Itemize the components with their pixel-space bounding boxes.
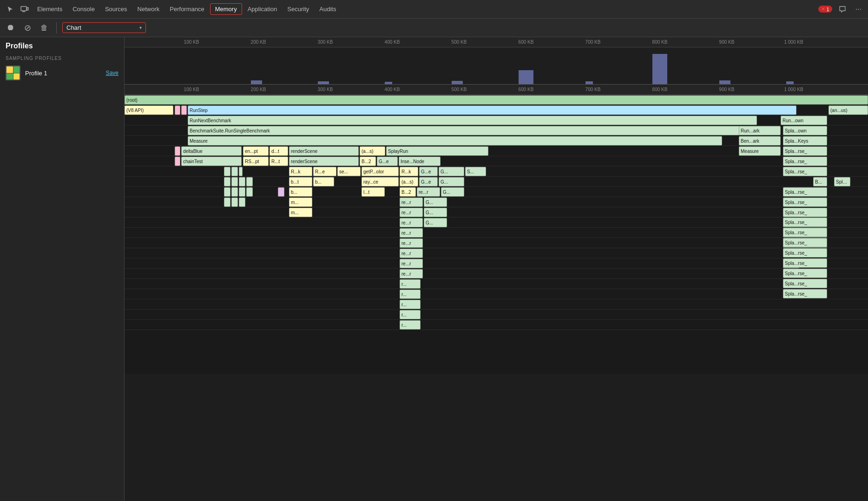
flame-cell-b2[interactable]: B...2 <box>360 157 376 166</box>
stop-button[interactable]: ⊘ <box>21 21 34 35</box>
clear-button[interactable]: 🗑 <box>38 22 51 34</box>
flame-cell-b2r[interactable]: B... <box>813 177 827 186</box>
flame-cell-purple1[interactable] <box>278 187 284 197</box>
flame-cell-bt1[interactable]: b...t <box>289 177 312 186</box>
flame-cell-green-s11[interactable] <box>246 187 253 197</box>
flame-cell-splakeys[interactable]: Spla...Keys <box>783 136 827 145</box>
flame-cell-renderscene1[interactable]: renderScene <box>289 146 359 156</box>
device-icon-btn[interactable] <box>18 4 32 15</box>
flame-cell-r3[interactable]: r... <box>400 300 421 309</box>
cursor-icon-btn[interactable] <box>4 4 17 15</box>
flame-cell-green-s13[interactable] <box>231 198 238 207</box>
flame-cell-rt[interactable]: R...t <box>270 157 288 166</box>
flame-cell-green-s10[interactable] <box>239 187 245 197</box>
flame-cell-v8api[interactable]: (V8 API) <box>125 105 173 115</box>
flame-cell-rk2[interactable]: R...k <box>400 167 418 176</box>
flame-cell-m1[interactable]: m... <box>289 198 312 207</box>
splarse-extra6[interactable]: Spla...rse_ <box>783 269 827 278</box>
flame-cell-lt[interactable]: l...t <box>362 187 385 197</box>
flame-cell-green-s2[interactable] <box>231 167 238 176</box>
flame-cell-r2[interactable]: r... <box>400 290 421 299</box>
flame-cell-as1[interactable]: (a...s) <box>360 146 385 156</box>
flame-cell-runnextbenchmark[interactable]: RunNextBenchmark <box>188 116 757 125</box>
flame-cell-g3[interactable]: G... <box>441 187 464 197</box>
flame-cell-pink1[interactable] <box>175 105 180 115</box>
flame-cell-splarse3[interactable]: Spla...rse_ <box>783 167 827 176</box>
flame-cell-r5[interactable]: r... <box>400 320 421 330</box>
flame-cell-green-s1[interactable] <box>224 167 230 176</box>
flame-cell-rer2[interactable]: re...r <box>400 198 423 207</box>
splarse-extra8[interactable]: Spla...rse_ <box>783 289 827 298</box>
flame-cell-splarse4[interactable]: Spla...rse_ <box>834 177 850 186</box>
flame-cell-rer3[interactable]: re...r <box>400 208 423 217</box>
flame-cell-b1[interactable]: b... <box>313 177 334 186</box>
flame-cell-green-s12[interactable] <box>224 198 230 207</box>
flame-cell-anous[interactable]: (an...us) <box>829 105 868 115</box>
splarse-extra1[interactable]: Spla...rse_ <box>783 218 827 227</box>
flame-cell-splarse6[interactable]: Spla...rse_ <box>783 198 827 207</box>
flame-cell-green-s9[interactable] <box>231 187 238 197</box>
feedback-icon-btn[interactable] <box>836 4 849 15</box>
flame-cell-ge1[interactable]: G...e <box>377 157 398 166</box>
flame-cell-rer8[interactable]: re...r <box>400 259 423 268</box>
flame-cell-rk1[interactable]: R...k <box>289 167 312 176</box>
flame-cell-benark[interactable]: Ben...ark <box>739 136 781 145</box>
flame-cell-green-s3[interactable] <box>239 167 243 176</box>
flame-container[interactable]: 100 KB 200 KB 300 KB 400 KB 500 KB 600 K… <box>125 37 868 501</box>
flame-cell-se[interactable]: se... <box>337 167 361 176</box>
flame-cell-runown[interactable]: Run...own <box>781 116 827 125</box>
flame-cell-pink4[interactable] <box>175 157 180 166</box>
flame-cell-rer4[interactable]: re...r <box>400 218 423 227</box>
flame-cell-g4[interactable]: G... <box>424 198 447 207</box>
flame-cell-insenode[interactable]: Inse...Node <box>399 157 441 166</box>
flame-cell-measure[interactable]: Measure <box>188 136 722 145</box>
flame-cell-green-s8[interactable] <box>224 187 230 197</box>
flame-cell-b3[interactable]: b... <box>289 187 312 197</box>
flame-cell-rer7[interactable]: re...r <box>400 249 423 258</box>
flame-cell-pink2[interactable] <box>181 105 187 115</box>
flame-cell-splaown[interactable]: Spla...own <box>783 126 827 135</box>
flame-cell-splarse5[interactable]: Spla...rse_ <box>783 187 827 197</box>
flame-cell-ge2[interactable]: G...e <box>419 167 438 176</box>
flame-cell-green-s14[interactable] <box>239 198 245 207</box>
flame-cell-green-s6[interactable] <box>239 177 245 186</box>
tab-elements[interactable]: Elements <box>33 4 67 14</box>
profile-item[interactable]: Profile 1 Save <box>0 63 124 83</box>
flame-cell-m2[interactable]: m... <box>289 208 312 217</box>
flame-cell-as2[interactable]: (a...s) <box>400 177 418 186</box>
flame-cell-rayce[interactable]: ray...ce <box>362 177 399 186</box>
error-badge[interactable]: ✕ 1 <box>818 6 832 13</box>
flame-cell-r4[interactable]: r... <box>400 310 421 319</box>
flame-cell-chaintest[interactable]: chainTest <box>181 157 242 166</box>
flame-cell-g5[interactable]: G... <box>424 208 447 217</box>
tab-application[interactable]: Application <box>243 4 282 14</box>
flame-cell-rer1[interactable]: re...r <box>417 187 440 197</box>
flame-cell-pink3[interactable] <box>175 146 180 156</box>
tab-sources[interactable]: Sources <box>100 4 132 14</box>
splarse-extra5[interactable]: Spla...rse_ <box>783 258 827 268</box>
tab-network[interactable]: Network <box>133 4 164 14</box>
chart-dropdown[interactable]: Chart ▾ <box>62 22 146 33</box>
tab-memory[interactable]: Memory <box>210 3 242 15</box>
flame-cell-splayrun[interactable]: SplayRun <box>386 146 488 156</box>
flame-cell-dt[interactable]: d...t <box>270 146 288 156</box>
flame-cell-getpcolor[interactable]: getP...olor <box>362 167 399 176</box>
flame-cell-green-s4[interactable] <box>224 177 230 186</box>
flame-cell-enpt[interactable]: en...pt <box>243 146 269 156</box>
flame-cell-rer6[interactable]: re...r <box>400 238 423 248</box>
splarse-extra4[interactable]: Spla...rse_ <box>783 248 827 257</box>
flame-cell-r1[interactable]: r... <box>400 279 421 289</box>
flame-cell-splarse7[interactable]: Spla...rse_ <box>783 208 827 217</box>
splarse-extra7[interactable]: Spla...rse_ <box>783 279 827 288</box>
flame-cell-root[interactable]: (root) <box>125 95 868 105</box>
flame-cell-rer9[interactable]: re...r <box>400 269 423 278</box>
profile-save-link[interactable]: Save <box>106 70 118 76</box>
flame-cell-renderscene2[interactable]: renderScene <box>289 157 359 166</box>
flame-cell-green-s5[interactable] <box>231 177 238 186</box>
splarse-extra3[interactable]: Spla...rse_ <box>783 238 827 247</box>
flame-cell-re1[interactable]: R...e <box>313 167 336 176</box>
flame-cell-benchmarksuite[interactable]: BenchmarkSuite.RunSingleBenchmark <box>188 126 757 135</box>
flame-cell-splarse2[interactable]: Spla...rse_ <box>783 157 827 166</box>
flame-cell-s1[interactable]: S... <box>465 167 486 176</box>
flame-cell-ge3[interactable]: G...e <box>419 177 438 186</box>
